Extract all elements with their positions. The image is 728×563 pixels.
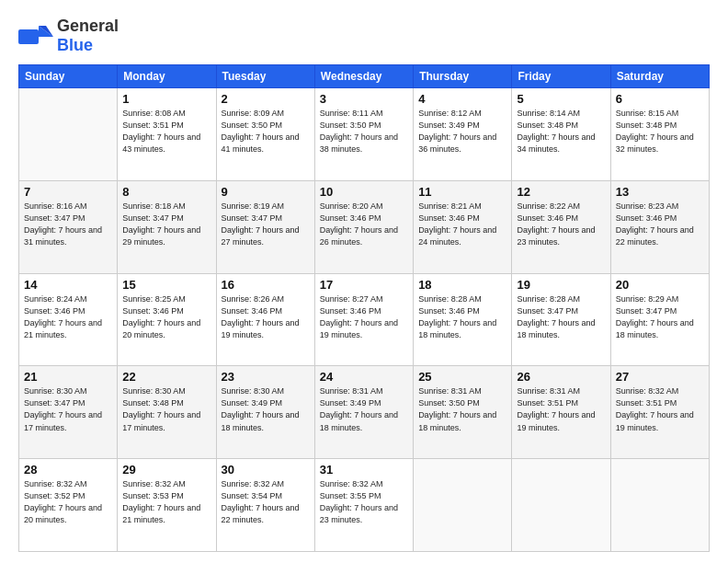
day-number: 25 <box>418 370 506 384</box>
calendar-cell: 10Sunrise: 8:20 AM Sunset: 3:46 PM Dayli… <box>314 180 413 273</box>
day-number: 18 <box>418 278 506 292</box>
day-number: 22 <box>122 370 210 384</box>
day-number: 26 <box>517 370 605 384</box>
cell-sun-info: Sunrise: 8:30 AM Sunset: 3:49 PM Dayligh… <box>222 385 310 433</box>
header: General Blue <box>18 17 710 55</box>
calendar-cell: 1Sunrise: 8:08 AM Sunset: 3:51 PM Daylig… <box>118 88 216 181</box>
cell-sun-info: Sunrise: 8:28 AM Sunset: 3:46 PM Dayligh… <box>418 293 506 341</box>
calendar-cell: 14Sunrise: 8:24 AM Sunset: 3:46 PM Dayli… <box>19 273 118 366</box>
cell-sun-info: Sunrise: 8:28 AM Sunset: 3:47 PM Dayligh… <box>517 293 605 341</box>
weekday-header-wednesday: Wednesday <box>314 65 413 88</box>
cell-sun-info: Sunrise: 8:32 AM Sunset: 3:51 PM Dayligh… <box>616 385 704 433</box>
cell-sun-info: Sunrise: 8:15 AM Sunset: 3:48 PM Dayligh… <box>616 108 704 155</box>
calendar-cell <box>512 459 610 552</box>
calendar-cell: 17Sunrise: 8:27 AM Sunset: 3:46 PM Dayli… <box>314 273 413 366</box>
cell-sun-info: Sunrise: 8:08 AM Sunset: 3:51 PM Dayligh… <box>122 108 210 155</box>
logo-blue: Blue <box>57 36 93 54</box>
calendar-week-row: 14Sunrise: 8:24 AM Sunset: 3:46 PM Dayli… <box>19 273 710 366</box>
cell-sun-info: Sunrise: 8:09 AM Sunset: 3:50 PM Dayligh… <box>222 108 310 155</box>
logo-icon <box>18 22 53 50</box>
cell-sun-info: Sunrise: 8:27 AM Sunset: 3:46 PM Dayligh… <box>320 293 408 341</box>
cell-sun-info: Sunrise: 8:16 AM Sunset: 3:47 PM Dayligh… <box>24 201 112 248</box>
weekday-header-tuesday: Tuesday <box>216 65 314 88</box>
day-number: 19 <box>517 278 605 292</box>
day-number: 9 <box>222 185 310 199</box>
calendar-cell: 8Sunrise: 8:18 AM Sunset: 3:47 PM Daylig… <box>118 180 216 273</box>
calendar-cell: 22Sunrise: 8:30 AM Sunset: 3:48 PM Dayli… <box>118 366 216 459</box>
calendar-cell: 13Sunrise: 8:23 AM Sunset: 3:46 PM Dayli… <box>610 180 709 273</box>
cell-sun-info: Sunrise: 8:30 AM Sunset: 3:47 PM Dayligh… <box>24 385 112 433</box>
calendar-cell: 2Sunrise: 8:09 AM Sunset: 3:50 PM Daylig… <box>216 88 314 181</box>
calendar-week-row: 7Sunrise: 8:16 AM Sunset: 3:47 PM Daylig… <box>19 180 710 273</box>
day-number: 10 <box>320 185 408 199</box>
calendar-cell: 18Sunrise: 8:28 AM Sunset: 3:46 PM Dayli… <box>414 273 512 366</box>
weekday-header-sunday: Sunday <box>19 65 118 88</box>
cell-sun-info: Sunrise: 8:25 AM Sunset: 3:46 PM Dayligh… <box>122 293 210 341</box>
cell-sun-info: Sunrise: 8:32 AM Sunset: 3:52 PM Dayligh… <box>24 478 112 526</box>
cell-sun-info: Sunrise: 8:31 AM Sunset: 3:49 PM Dayligh… <box>320 385 408 433</box>
calendar-cell: 30Sunrise: 8:32 AM Sunset: 3:54 PM Dayli… <box>216 459 314 552</box>
weekday-header-row: SundayMondayTuesdayWednesdayThursdayFrid… <box>19 65 710 88</box>
cell-sun-info: Sunrise: 8:12 AM Sunset: 3:49 PM Dayligh… <box>418 108 506 155</box>
logo: General Blue <box>18 17 119 55</box>
day-number: 3 <box>320 92 408 106</box>
calendar-cell: 20Sunrise: 8:29 AM Sunset: 3:47 PM Dayli… <box>610 273 709 366</box>
cell-sun-info: Sunrise: 8:32 AM Sunset: 3:54 PM Dayligh… <box>222 478 310 526</box>
day-number: 30 <box>222 463 310 477</box>
calendar-cell: 12Sunrise: 8:22 AM Sunset: 3:46 PM Dayli… <box>512 180 610 273</box>
calendar-cell: 4Sunrise: 8:12 AM Sunset: 3:49 PM Daylig… <box>414 88 512 181</box>
calendar-cell <box>414 459 512 552</box>
day-number: 7 <box>24 185 112 199</box>
cell-sun-info: Sunrise: 8:26 AM Sunset: 3:46 PM Dayligh… <box>222 293 310 341</box>
day-number: 2 <box>222 92 310 106</box>
day-number: 31 <box>320 463 408 477</box>
day-number: 23 <box>222 370 310 384</box>
cell-sun-info: Sunrise: 8:29 AM Sunset: 3:47 PM Dayligh… <box>616 293 704 341</box>
day-number: 13 <box>616 185 704 199</box>
day-number: 27 <box>616 370 704 384</box>
day-number: 14 <box>24 278 112 292</box>
day-number: 6 <box>616 92 704 106</box>
calendar-cell: 25Sunrise: 8:31 AM Sunset: 3:50 PM Dayli… <box>414 366 512 459</box>
cell-sun-info: Sunrise: 8:14 AM Sunset: 3:48 PM Dayligh… <box>517 108 605 155</box>
cell-sun-info: Sunrise: 8:21 AM Sunset: 3:46 PM Dayligh… <box>418 201 506 248</box>
weekday-header-friday: Friday <box>512 65 610 88</box>
calendar-week-row: 1Sunrise: 8:08 AM Sunset: 3:51 PM Daylig… <box>19 88 710 181</box>
cell-sun-info: Sunrise: 8:31 AM Sunset: 3:50 PM Dayligh… <box>418 385 506 433</box>
day-number: 11 <box>418 185 506 199</box>
logo-general: General <box>57 17 119 35</box>
cell-sun-info: Sunrise: 8:19 AM Sunset: 3:47 PM Dayligh… <box>222 201 310 248</box>
cell-sun-info: Sunrise: 8:30 AM Sunset: 3:48 PM Dayligh… <box>122 385 210 433</box>
calendar-cell: 9Sunrise: 8:19 AM Sunset: 3:47 PM Daylig… <box>216 180 314 273</box>
calendar-week-row: 21Sunrise: 8:30 AM Sunset: 3:47 PM Dayli… <box>19 366 710 459</box>
page: General Blue SundayMondayTuesdayWednesda… <box>0 0 728 563</box>
calendar-cell: 3Sunrise: 8:11 AM Sunset: 3:50 PM Daylig… <box>314 88 413 181</box>
cell-sun-info: Sunrise: 8:32 AM Sunset: 3:53 PM Dayligh… <box>122 478 210 526</box>
calendar-cell: 28Sunrise: 8:32 AM Sunset: 3:52 PM Dayli… <box>19 459 118 552</box>
cell-sun-info: Sunrise: 8:20 AM Sunset: 3:46 PM Dayligh… <box>320 201 408 248</box>
calendar-cell: 26Sunrise: 8:31 AM Sunset: 3:51 PM Dayli… <box>512 366 610 459</box>
calendar-cell: 6Sunrise: 8:15 AM Sunset: 3:48 PM Daylig… <box>610 88 709 181</box>
calendar-table: SundayMondayTuesdayWednesdayThursdayFrid… <box>18 64 710 552</box>
day-number: 29 <box>122 463 210 477</box>
calendar-cell: 21Sunrise: 8:30 AM Sunset: 3:47 PM Dayli… <box>19 366 118 459</box>
calendar-week-row: 28Sunrise: 8:32 AM Sunset: 3:52 PM Dayli… <box>19 459 710 552</box>
day-number: 4 <box>418 92 506 106</box>
calendar-cell: 23Sunrise: 8:30 AM Sunset: 3:49 PM Dayli… <box>216 366 314 459</box>
weekday-header-saturday: Saturday <box>610 65 709 88</box>
calendar-cell: 15Sunrise: 8:25 AM Sunset: 3:46 PM Dayli… <box>118 273 216 366</box>
day-number: 28 <box>24 463 112 477</box>
calendar-cell: 11Sunrise: 8:21 AM Sunset: 3:46 PM Dayli… <box>414 180 512 273</box>
calendar-cell: 7Sunrise: 8:16 AM Sunset: 3:47 PM Daylig… <box>19 180 118 273</box>
cell-sun-info: Sunrise: 8:22 AM Sunset: 3:46 PM Dayligh… <box>517 201 605 248</box>
cell-sun-info: Sunrise: 8:11 AM Sunset: 3:50 PM Dayligh… <box>320 108 408 155</box>
weekday-header-thursday: Thursday <box>414 65 512 88</box>
day-number: 20 <box>616 278 704 292</box>
day-number: 5 <box>517 92 605 106</box>
day-number: 24 <box>320 370 408 384</box>
cell-sun-info: Sunrise: 8:23 AM Sunset: 3:46 PM Dayligh… <box>616 201 704 248</box>
cell-sun-info: Sunrise: 8:31 AM Sunset: 3:51 PM Dayligh… <box>517 385 605 433</box>
day-number: 17 <box>320 278 408 292</box>
svg-rect-0 <box>18 29 39 44</box>
calendar-cell <box>610 459 709 552</box>
